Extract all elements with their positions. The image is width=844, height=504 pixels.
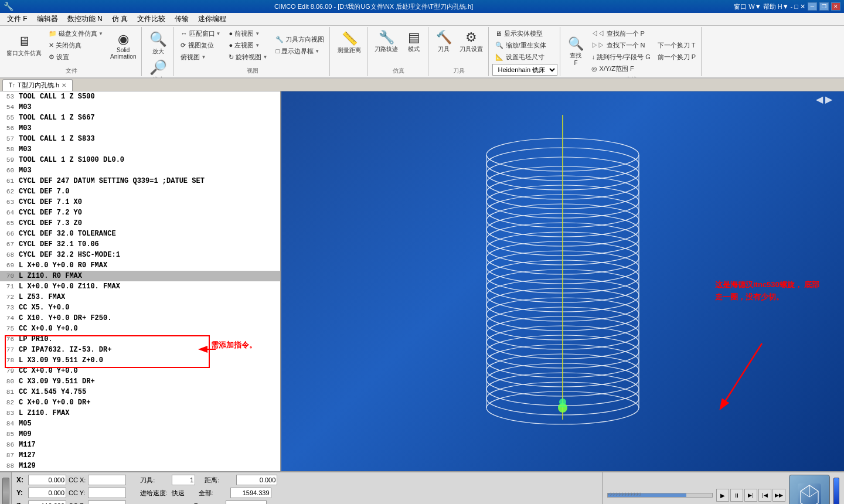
cc-y-input[interactable] [88,488,126,498]
code-line-75[interactable]: 75CC X+0.0 Y+0.0 [0,323,280,334]
code-line-79[interactable]: 79CC X+0.0 Y+0.0 [0,366,280,376]
code-line-66[interactable]: 66CYCL DEF 32.0 TOLERANCE [0,229,280,239]
code-line-56[interactable]: 56M03 [0,123,280,134]
next-tool-button[interactable]: 下一个换刀 T [655,40,699,51]
menu-edit[interactable]: 编辑器 [32,13,63,25]
code-line-83[interactable]: 83L Z110. FMAX [0,408,280,418]
code-line-86[interactable]: 86M117 [0,440,280,450]
set-size-button[interactable]: 📐 设置毛坯尺寸 [492,52,557,63]
code-editor[interactable]: 53TOOL CALL 1 Z S50054M0355TOOL CALL 1 Z… [0,91,281,471]
code-line-54[interactable]: 54M03 [0,102,280,113]
code-line-64[interactable]: 64CYCL DEF 7.2 Y0 [0,207,280,218]
nav-right-icon[interactable]: ▶ [825,94,832,105]
code-line-84[interactable]: 84M05 [0,418,280,429]
menu-mini[interactable]: 迷你编程 [193,13,231,25]
code-line-68[interactable]: 68CYCL DEF 32.2 HSC-MODE:1 [0,250,280,260]
code-line-60[interactable]: 60M03 [0,165,280,176]
code-line-53[interactable]: 53TOOL CALL 1 Z S500 [0,91,280,102]
code-line-62[interactable]: 62CYCL DEF 7.0 [0,186,280,197]
left-view-button[interactable]: ● 左视图 ▼ [226,40,270,51]
code-line-58[interactable]: 58M03 [0,144,280,155]
editor-content[interactable]: 53TOOL CALL 1 Z S50054M0355TOOL CALL 1 Z… [0,91,280,471]
toolpath-button[interactable]: 🔧 刀路轨迹 [372,28,401,55]
find-button[interactable]: 🔍 查找 F [564,35,587,68]
close-button[interactable]: ✕ [831,2,840,11]
top-view-button[interactable]: 俯视图 ▼ [178,52,223,63]
y-input[interactable] [28,488,66,498]
code-line-71[interactable]: 71L X+0.0 Y+0.0 Z110. FMAX [0,281,280,292]
code-line-82[interactable]: 82C X+0.0 Y+0.0 DR+ [0,397,280,408]
code-line-74[interactable]: 74C X10. Y+0.0 DR+ F250. [0,313,280,323]
step-button[interactable]: ▶| [744,489,757,502]
nav-left-icon[interactable]: ◀ [816,94,823,105]
3d-viewport[interactable]: ◀ ▶ [281,91,844,471]
code-line-81[interactable]: 81CC X1.545 Y4.755 [0,387,280,397]
zoom-out-button[interactable]: 🔎 缩小 [147,57,170,79]
zoom-regen-button[interactable]: 🔍 缩放/重生实体 [492,40,557,51]
pause-button[interactable]: ⏸ [730,489,743,502]
code-line-78[interactable]: 78L X3.09 Y9.511 Z+0.0 [0,355,280,366]
code-line-69[interactable]: 69L X+0.0 Y+0.0 R0 FMAX [0,260,280,271]
restore-button[interactable]: ❐ [819,2,829,11]
menu-nc[interactable]: 数控功能 N [63,13,107,25]
code-line-87[interactable]: 87M127 [0,450,280,461]
menu-sim[interactable]: 仿 真 [107,13,132,25]
code-line-88[interactable]: 88M129 [0,461,280,471]
xyz-range-button[interactable]: ◎ X/Y/Z范围 F [588,63,653,74]
code-line-67[interactable]: 67CYCL DEF 32.1 T0.06 [0,239,280,250]
win-menu[interactable]: 窗口 W▼ 帮助 H▼ - □ ✕ [734,2,805,11]
prev-tool-button[interactable]: 前一个换刀 P [655,52,699,63]
x-input[interactable] [28,475,66,485]
file-tab[interactable]: T↑ T型刀内孔铣.h ✕ [2,79,73,91]
find-prev-button[interactable]: ◁◁ 查找前一个 P [588,28,653,39]
fit-window-button[interactable]: ↔ 匹配窗口 ▼ [178,28,223,39]
progress-bar[interactable]: ◁◁◁◁◁◁◁◁◁◁◁ [607,493,713,498]
show-solid-button[interactable]: 🖥 显示实体模型 [492,28,557,39]
dist-input[interactable] [236,475,277,485]
code-line-63[interactable]: 63CYCL DEF 7.1 X0 [0,197,280,207]
front-view-button[interactable]: ● 前视图 ▼ [226,28,270,39]
tab-close-icon[interactable]: ✕ [62,82,66,88]
view-reset-button[interactable]: ⟳ 视图复位 [178,40,223,51]
disk-sim-button[interactable]: 📁 磁盘文件仿真 ▼ [46,28,106,39]
menu-transfer[interactable]: 传输 [170,13,193,25]
tool-button[interactable]: 🔨 刀具 [432,28,455,55]
code-line-57[interactable]: 57TOOL CALL 1 Z S833 [0,134,280,144]
window-controls[interactable]: 窗口 W▼ 帮助 H▼ - □ ✕ ─ ❐ ✕ [734,2,840,11]
settings-button[interactable]: ⚙ 设置 [46,52,106,63]
measure-dist-button[interactable]: 📏 测量距离 [335,29,364,56]
solid-animation-button[interactable]: ◉ Solid Animation [107,30,139,62]
code-line-77[interactable]: 77CP IPA7632. IZ-53. DR+ [0,345,280,355]
total-input[interactable] [230,488,271,498]
window-sim-button[interactable]: 🖥 窗口文件仿真 [4,32,45,59]
cc-x-input[interactable] [88,475,126,485]
machine-select[interactable]: Heidenhain 铣床 [492,64,557,76]
show-bounds-button[interactable]: □ 显示边界框 ▼ [273,46,327,57]
r-input[interactable] [226,500,267,504]
code-line-80[interactable]: 80C X3.09 Y9.511 DR+ [0,376,280,387]
menu-file[interactable]: 文件 F [2,13,32,25]
play-button[interactable]: ▶ [716,489,729,502]
code-line-72[interactable]: 72L Z53. FMAX [0,292,280,302]
code-line-55[interactable]: 55TOOL CALL 1 Z S667 [0,113,280,123]
tool-input[interactable] [172,475,195,485]
step-back-button[interactable]: |◀ [758,489,771,502]
code-line-65[interactable]: 65CYCL DEF 7.3 Z0 [0,218,280,229]
fast-forward-button[interactable]: ▶▶ [772,489,785,502]
minimize-button[interactable]: ─ [808,2,817,11]
tool-dir-button[interactable]: 🔧 刀具方向视图 [273,34,327,45]
z-input[interactable] [28,500,66,504]
find-next-button[interactable]: ▷▷ 查找下一个 N [588,40,653,51]
code-line-70[interactable]: 70L Z110. R0 FMAX [0,271,280,281]
code-line-76[interactable]: 76LP PR10. [0,334,280,345]
menu-compare[interactable]: 文件比较 [132,13,170,25]
rotate-view-button[interactable]: ↻ 旋转视图 ▼ [226,52,270,63]
code-line-85[interactable]: 85M09 [0,429,280,440]
cc-z-input[interactable] [88,500,126,504]
tool-settings-button[interactable]: ⚙ 刀具设置 [457,28,486,55]
mode-button[interactable]: ▤ 模式 [402,28,426,55]
code-line-73[interactable]: 73CC X5. Y+0.0 [0,302,280,313]
code-line-59[interactable]: 59TOOL CALL 1 Z S1000 DL0.0 [0,155,280,165]
zoom-in-button[interactable]: 🔍 放大 [147,29,170,57]
close-sim-button[interactable]: ✕ 关闭仿真 [46,40,106,51]
